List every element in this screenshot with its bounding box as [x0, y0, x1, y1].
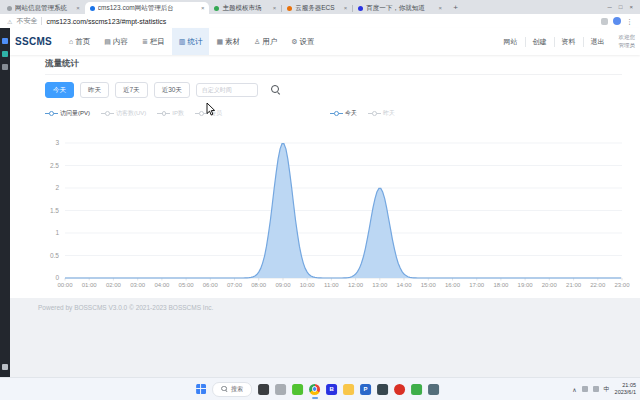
filter-昨天[interactable]: 昨天 — [80, 82, 109, 98]
ime-indicator[interactable]: 中 — [604, 385, 610, 394]
y-tick-label: 1 — [55, 229, 59, 236]
chrome-icon[interactable] — [309, 384, 320, 395]
filter-近7天[interactable]: 近7天 — [115, 82, 148, 98]
nav-item-设置[interactable]: ⚙设置 — [284, 28, 321, 55]
header-link-资料[interactable]: 资料 — [554, 37, 583, 47]
tab-close-icon[interactable]: × — [344, 5, 348, 11]
header-link-网站[interactable]: 网站 — [497, 37, 525, 47]
x-tick-label: 05:00 — [179, 282, 195, 288]
taskbar-search-label: 搜索 — [231, 385, 243, 394]
nav-item-用户[interactable]: ♙用户 — [247, 28, 284, 55]
x-tick-label: 14:00 — [396, 282, 412, 288]
legend-marker-icon — [45, 111, 58, 117]
browser-tab[interactable]: 百度一下，你就知道× — [353, 2, 447, 14]
x-tick-label: 16:00 — [445, 282, 461, 288]
taskbar-clock[interactable]: 21:05 2023/6/1 — [615, 382, 636, 396]
x-tick-label: 20:00 — [542, 282, 558, 288]
maximize-button[interactable]: □ — [619, 4, 623, 10]
nav-item-统计[interactable]: ▥统计 — [172, 28, 210, 55]
filter-近30天[interactable]: 近30天 — [154, 82, 190, 98]
legend-marker-icon — [157, 111, 170, 117]
nav-icon: ▥ — [179, 38, 186, 46]
profile-avatar[interactable] — [613, 17, 621, 25]
nav-item-首页[interactable]: ⌂首页 — [62, 28, 97, 55]
address-bar[interactable]: cms123.com/sscms123/#mpt-statistics — [46, 18, 166, 25]
browser-tab-strip: 网站信息管理系统×cms123.com网站管理后台×主题模板市场×云服务器ECS… — [0, 0, 640, 14]
tab-favicon — [7, 6, 12, 11]
browser-tab[interactable]: 云服务器ECS× — [282, 2, 352, 14]
pinned-tool-blue[interactable] — [2, 38, 8, 44]
app-green-icon[interactable] — [411, 384, 422, 395]
legend-今天[interactable]: 今天 — [330, 109, 357, 118]
security-label[interactable]: 不安全 — [16, 16, 37, 26]
network-icon[interactable] — [582, 386, 588, 392]
start-button[interactable] — [196, 384, 206, 394]
taskbar-center: 搜索 BP — [196, 378, 439, 400]
page-title: 流量统计 — [45, 58, 79, 70]
legend-label: IP数 — [172, 109, 184, 118]
close-button[interactable]: × — [629, 4, 633, 10]
notes-app-icon[interactable] — [428, 384, 439, 395]
divider — [41, 17, 42, 25]
taskbar-search[interactable]: 搜索 — [212, 382, 252, 397]
tray-chevron-icon[interactable]: ∧ — [572, 386, 576, 393]
legend-昨天[interactable]: 昨天 — [368, 109, 395, 118]
nav-icon: ≣ — [142, 38, 148, 46]
nav-icon: ⌂ — [69, 38, 73, 45]
x-tick-label: 19:00 — [518, 282, 534, 288]
x-tick-label: 13:00 — [372, 282, 388, 288]
x-tick-label: 06:00 — [203, 282, 219, 288]
pinned-tool-gray[interactable] — [2, 64, 8, 70]
tab-close-icon[interactable]: × — [273, 5, 277, 11]
nav-icon: ▤ — [104, 38, 111, 46]
nav-item-素材[interactable]: ▦素材 — [209, 28, 247, 55]
tab-close-icon[interactable]: × — [438, 5, 442, 11]
y-tick-label: 0 — [55, 274, 59, 281]
welcome-line1: 欢迎您 — [619, 34, 636, 40]
legend-IP数[interactable]: IP数 — [157, 109, 184, 118]
header-link-创建[interactable]: 创建 — [525, 37, 554, 47]
legend-访客数(UV)[interactable]: 访客数(UV) — [101, 109, 146, 118]
y-tick-label: 1.5 — [50, 207, 59, 214]
app-gray-icon[interactable] — [275, 384, 286, 395]
header-link-退出[interactable]: 退出 — [583, 37, 612, 47]
minimize-button[interactable]: ─ — [608, 4, 612, 10]
volume-icon[interactable] — [593, 386, 599, 392]
date-range-input[interactable] — [196, 83, 258, 97]
strip-settings[interactable] — [2, 364, 8, 370]
browser-menu-icon[interactable]: ⋮ — [626, 18, 633, 25]
browser-tab[interactable]: cms123.com网站管理后台× — [85, 2, 210, 14]
wechat-icon[interactable] — [292, 384, 303, 395]
filter-今天[interactable]: 今天 — [45, 82, 74, 98]
metric-legend: 访问量(PV)访客数(UV)IP数会员 — [45, 109, 222, 118]
baidu-app-icon[interactable]: B — [326, 384, 337, 395]
welcome-text: 欢迎您 管理员 — [612, 34, 636, 48]
tab-title: 网站信息管理系统 — [15, 4, 73, 13]
search-button[interactable] — [270, 84, 282, 96]
app-p-icon[interactable]: P — [360, 384, 371, 395]
new-tab-button[interactable]: + — [450, 2, 461, 13]
main-nav: ⌂首页▤内容≣栏目▥统计▦素材♙用户⚙设置 — [62, 28, 322, 55]
cms-logo[interactable]: SSCMS — [10, 36, 62, 47]
pinned-tool-teal[interactable] — [2, 51, 8, 57]
browser-tab[interactable]: 网站信息管理系统× — [2, 2, 85, 14]
x-tick-label: 18:00 — [493, 282, 509, 288]
tab-close-icon[interactable]: × — [201, 5, 205, 11]
app-red-icon[interactable] — [394, 384, 405, 395]
tab-favicon — [90, 6, 95, 11]
extensions-icon[interactable] — [601, 18, 608, 25]
x-tick-label: 07:00 — [227, 282, 243, 288]
legend-访问量(PV)[interactable]: 访问量(PV) — [45, 109, 90, 118]
nav-item-内容[interactable]: ▤内容 — [97, 28, 135, 55]
nav-item-栏目[interactable]: ≣栏目 — [135, 28, 172, 55]
desktop: 网站信息管理系统×cms123.com网站管理后台×主题模板市场×云服务器ECS… — [0, 0, 640, 400]
x-tick-label: 15:00 — [421, 282, 437, 288]
browser-tab[interactable]: 主题模板市场× — [209, 2, 281, 14]
nav-label: 首页 — [75, 37, 90, 47]
x-tick-label: 17:00 — [469, 282, 485, 288]
x-tick-label: 01:00 — [82, 282, 98, 288]
file-explorer-icon[interactable] — [343, 384, 354, 395]
app-dark-icon[interactable] — [377, 384, 388, 395]
task-view-icon[interactable] — [258, 384, 269, 395]
tab-close-icon[interactable]: × — [76, 5, 80, 11]
